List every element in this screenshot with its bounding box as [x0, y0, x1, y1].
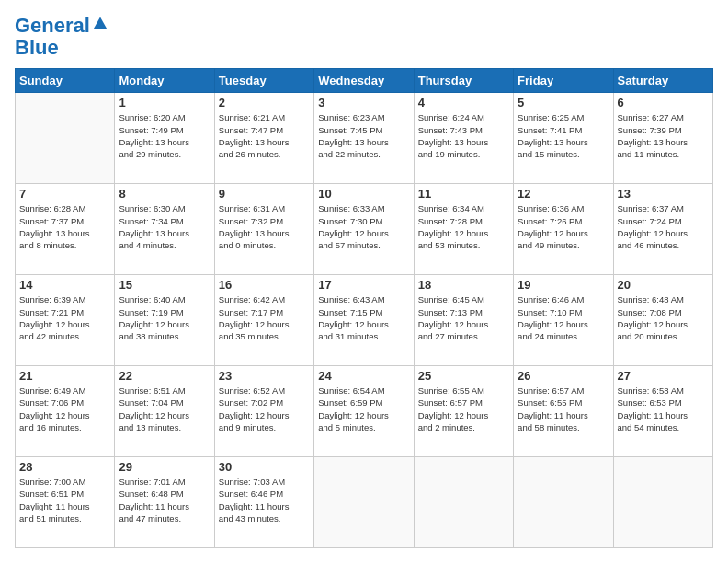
- calendar-week-row: 14Sunrise: 6:39 AM Sunset: 7:21 PM Dayli…: [16, 275, 713, 366]
- day-number: 24: [318, 369, 409, 383]
- day-info: Sunrise: 7:00 AM Sunset: 6:51 PM Dayligh…: [19, 476, 110, 524]
- day-number: 8: [119, 187, 210, 201]
- calendar-table: SundayMondayTuesdayWednesdayThursdayFrid…: [15, 68, 713, 548]
- calendar-week-row: 21Sunrise: 6:49 AM Sunset: 7:06 PM Dayli…: [16, 366, 713, 457]
- calendar-cell: 4Sunrise: 6:24 AM Sunset: 7:43 PM Daylig…: [414, 93, 513, 184]
- day-info: Sunrise: 6:23 AM Sunset: 7:45 PM Dayligh…: [318, 111, 409, 160]
- day-number: 27: [618, 369, 709, 383]
- day-number: 21: [19, 369, 110, 383]
- day-number: 17: [318, 278, 409, 292]
- day-info: Sunrise: 7:01 AM Sunset: 6:48 PM Dayligh…: [119, 476, 210, 524]
- calendar-cell: 8Sunrise: 6:30 AM Sunset: 7:34 PM Daylig…: [115, 184, 214, 275]
- day-number: 11: [418, 187, 509, 201]
- day-number: 20: [618, 278, 709, 292]
- day-info: Sunrise: 6:30 AM Sunset: 7:34 PM Dayligh…: [119, 202, 210, 251]
- day-number: 19: [518, 278, 609, 292]
- day-number: 10: [318, 187, 409, 201]
- calendar-cell: 27Sunrise: 6:58 AM Sunset: 6:53 PM Dayli…: [613, 366, 712, 457]
- calendar-cell: 20Sunrise: 6:48 AM Sunset: 7:08 PM Dayli…: [613, 275, 712, 366]
- weekday-header: Saturday: [613, 69, 712, 93]
- calendar-cell: [314, 457, 414, 548]
- day-number: 6: [618, 96, 709, 109]
- weekday-header: Sunday: [16, 69, 115, 93]
- calendar-cell: 22Sunrise: 6:51 AM Sunset: 7:04 PM Dayli…: [115, 366, 214, 457]
- logo-icon: [92, 14, 108, 30]
- day-number: 25: [418, 369, 509, 383]
- day-info: Sunrise: 6:48 AM Sunset: 7:08 PM Dayligh…: [618, 293, 709, 342]
- day-info: Sunrise: 6:24 AM Sunset: 7:43 PM Dayligh…: [418, 111, 509, 160]
- day-number: 3: [318, 96, 409, 109]
- day-info: Sunrise: 6:40 AM Sunset: 7:19 PM Dayligh…: [119, 293, 210, 342]
- day-info: Sunrise: 6:43 AM Sunset: 7:15 PM Dayligh…: [318, 293, 409, 342]
- day-number: 5: [518, 96, 609, 109]
- day-info: Sunrise: 6:31 AM Sunset: 7:32 PM Dayligh…: [219, 202, 310, 251]
- day-info: Sunrise: 6:21 AM Sunset: 7:47 PM Dayligh…: [219, 111, 310, 160]
- calendar-cell: 6Sunrise: 6:27 AM Sunset: 7:39 PM Daylig…: [613, 93, 712, 184]
- day-number: 2: [219, 96, 310, 109]
- calendar-cell: 19Sunrise: 6:46 AM Sunset: 7:10 PM Dayli…: [514, 275, 613, 366]
- day-info: Sunrise: 6:52 AM Sunset: 7:02 PM Dayligh…: [219, 385, 310, 433]
- logo-text: General: [15, 15, 90, 37]
- weekday-header: Wednesday: [314, 69, 414, 93]
- day-info: Sunrise: 6:42 AM Sunset: 7:17 PM Dayligh…: [219, 293, 310, 342]
- weekday-header: Thursday: [414, 69, 513, 93]
- day-info: Sunrise: 6:33 AM Sunset: 7:30 PM Dayligh…: [318, 202, 409, 251]
- day-info: Sunrise: 7:03 AM Sunset: 6:46 PM Dayligh…: [219, 476, 310, 524]
- calendar-cell: 17Sunrise: 6:43 AM Sunset: 7:15 PM Dayli…: [314, 275, 414, 366]
- calendar-cell: 14Sunrise: 6:39 AM Sunset: 7:21 PM Dayli…: [16, 275, 115, 366]
- day-info: Sunrise: 6:46 AM Sunset: 7:10 PM Dayligh…: [518, 293, 609, 342]
- header: General Blue: [15, 15, 713, 59]
- calendar-cell: [613, 457, 712, 548]
- day-info: Sunrise: 6:49 AM Sunset: 7:06 PM Dayligh…: [19, 385, 110, 433]
- calendar-cell: 7Sunrise: 6:28 AM Sunset: 7:37 PM Daylig…: [16, 184, 115, 275]
- day-info: Sunrise: 6:54 AM Sunset: 6:59 PM Dayligh…: [318, 385, 409, 433]
- day-info: Sunrise: 6:28 AM Sunset: 7:37 PM Dayligh…: [19, 202, 110, 251]
- day-number: 7: [19, 187, 110, 201]
- day-info: Sunrise: 6:57 AM Sunset: 6:55 PM Dayligh…: [518, 385, 609, 433]
- day-info: Sunrise: 6:25 AM Sunset: 7:41 PM Dayligh…: [518, 111, 609, 160]
- calendar-week-row: 28Sunrise: 7:00 AM Sunset: 6:51 PM Dayli…: [16, 457, 713, 548]
- calendar-cell: 24Sunrise: 6:54 AM Sunset: 6:59 PM Dayli…: [314, 366, 414, 457]
- day-info: Sunrise: 6:37 AM Sunset: 7:24 PM Dayligh…: [618, 202, 709, 251]
- calendar-cell: 16Sunrise: 6:42 AM Sunset: 7:17 PM Dayli…: [214, 275, 313, 366]
- weekday-header: Monday: [115, 69, 214, 93]
- day-info: Sunrise: 6:45 AM Sunset: 7:13 PM Dayligh…: [418, 293, 509, 342]
- day-number: 26: [518, 369, 609, 383]
- day-number: 23: [219, 369, 310, 383]
- calendar-cell: 1Sunrise: 6:20 AM Sunset: 7:49 PM Daylig…: [115, 93, 214, 184]
- calendar-cell: 10Sunrise: 6:33 AM Sunset: 7:30 PM Dayli…: [314, 184, 414, 275]
- calendar-cell: 29Sunrise: 7:01 AM Sunset: 6:48 PM Dayli…: [115, 457, 214, 548]
- day-number: 14: [19, 278, 110, 292]
- day-info: Sunrise: 6:20 AM Sunset: 7:49 PM Dayligh…: [119, 111, 210, 160]
- calendar-cell: 13Sunrise: 6:37 AM Sunset: 7:24 PM Dayli…: [613, 184, 712, 275]
- day-info: Sunrise: 6:27 AM Sunset: 7:39 PM Dayligh…: [618, 111, 709, 160]
- day-number: 1: [119, 96, 210, 109]
- weekday-header: Tuesday: [214, 69, 313, 93]
- page: General Blue SundayMondayTuesdayWednesda…: [0, 0, 728, 563]
- day-number: 13: [618, 187, 709, 201]
- calendar-cell: 18Sunrise: 6:45 AM Sunset: 7:13 PM Dayli…: [414, 275, 513, 366]
- calendar-cell: 23Sunrise: 6:52 AM Sunset: 7:02 PM Dayli…: [214, 366, 313, 457]
- day-info: Sunrise: 6:51 AM Sunset: 7:04 PM Dayligh…: [119, 385, 210, 433]
- calendar-week-row: 7Sunrise: 6:28 AM Sunset: 7:37 PM Daylig…: [16, 184, 713, 275]
- day-number: 28: [19, 460, 110, 474]
- day-number: 30: [219, 460, 310, 474]
- calendar-cell: [414, 457, 513, 548]
- day-number: 16: [219, 278, 310, 292]
- calendar-cell: 25Sunrise: 6:55 AM Sunset: 6:57 PM Dayli…: [414, 366, 513, 457]
- day-number: 15: [119, 278, 210, 292]
- day-info: Sunrise: 6:34 AM Sunset: 7:28 PM Dayligh…: [418, 202, 509, 251]
- calendar-header-row: SundayMondayTuesdayWednesdayThursdayFrid…: [16, 69, 713, 93]
- day-info: Sunrise: 6:36 AM Sunset: 7:26 PM Dayligh…: [518, 202, 609, 251]
- logo-blue-text: Blue: [15, 37, 108, 59]
- calendar-week-row: 1Sunrise: 6:20 AM Sunset: 7:49 PM Daylig…: [16, 93, 713, 184]
- logo: General Blue: [15, 15, 108, 59]
- calendar-cell: 11Sunrise: 6:34 AM Sunset: 7:28 PM Dayli…: [414, 184, 513, 275]
- calendar-cell: 3Sunrise: 6:23 AM Sunset: 7:45 PM Daylig…: [314, 93, 414, 184]
- calendar-cell: 9Sunrise: 6:31 AM Sunset: 7:32 PM Daylig…: [214, 184, 313, 275]
- calendar-cell: 30Sunrise: 7:03 AM Sunset: 6:46 PM Dayli…: [214, 457, 313, 548]
- calendar-cell: 28Sunrise: 7:00 AM Sunset: 6:51 PM Dayli…: [16, 457, 115, 548]
- day-number: 22: [119, 369, 210, 383]
- calendar-cell: 26Sunrise: 6:57 AM Sunset: 6:55 PM Dayli…: [514, 366, 613, 457]
- day-number: 29: [119, 460, 210, 474]
